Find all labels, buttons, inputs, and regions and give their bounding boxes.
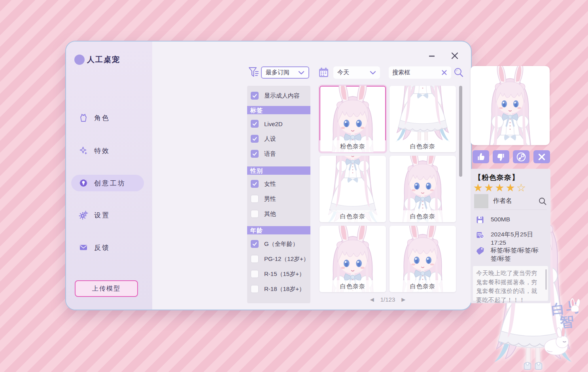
sidebar-item-characters[interactable]: 角色	[71, 110, 144, 126]
filter-option-row[interactable]: 人设	[251, 134, 276, 143]
clear-search-icon[interactable]	[441, 70, 447, 76]
logo-circle-icon	[74, 55, 85, 65]
filter-option-label: 其他	[264, 210, 276, 218]
updated-date-value: 2024年5月25日 17:25	[491, 230, 546, 247]
checkbox[interactable]	[251, 285, 259, 293]
checkbox[interactable]	[251, 180, 259, 188]
file-size-row: 500MB	[476, 215, 546, 224]
tag-icon	[476, 246, 484, 255]
grid-scrollbar[interactable]	[459, 86, 462, 303]
thumbs-up-icon	[476, 152, 486, 162]
sidebar-item-effects[interactable]: 特效	[71, 142, 144, 159]
star-filled-icon[interactable]: ★	[484, 182, 495, 194]
close-window-button[interactable]	[450, 51, 460, 60]
checkbox[interactable]	[251, 195, 259, 203]
check-icon	[252, 181, 257, 187]
description-scrollbar-thumb[interactable]	[545, 269, 547, 290]
author-name: 作者名	[493, 197, 533, 205]
filter-option-row[interactable]: 女性	[251, 179, 276, 188]
check-icon	[252, 121, 257, 127]
star-filled-icon[interactable]: ★	[473, 182, 484, 194]
next-page-button[interactable]: ▶	[401, 296, 405, 302]
filter-option-row[interactable]: R-15（15岁+）	[251, 270, 305, 278]
filter-option-row[interactable]: 其他	[251, 210, 276, 218]
filter-option-label: PG-12（12岁+）	[264, 255, 309, 263]
search-icon[interactable]	[454, 67, 464, 78]
adult-content-checkbox-row[interactable]: 显示成人内容	[251, 91, 300, 100]
star-filled-icon[interactable]: ★	[506, 182, 516, 194]
filter-option-label: 语音	[264, 150, 276, 158]
checkbox[interactable]	[251, 270, 259, 278]
date-dropdown-value: 今天	[337, 69, 349, 76]
filter-option-label: R-18（18岁+）	[264, 285, 305, 293]
steam-button[interactable]	[513, 150, 529, 163]
author-row: 作者名	[474, 194, 547, 210]
sidebar-item-label: 特效	[94, 146, 110, 155]
model-card[interactable]: 白色奈奈	[389, 86, 456, 152]
checkbox[interactable]	[251, 135, 259, 143]
sleeping-bunny-icon	[543, 327, 569, 357]
star-filled-icon[interactable]: ★	[495, 182, 505, 194]
filter-option-row[interactable]: 语音	[251, 149, 276, 158]
dislike-button[interactable]	[493, 150, 509, 163]
filter-option-row[interactable]: 男性	[251, 194, 276, 203]
filter-option-label: R-15（15岁+）	[264, 270, 305, 278]
adult-content-label: 显示成人内容	[264, 92, 300, 100]
checkbox[interactable]	[251, 240, 259, 248]
filter-option-row[interactable]: R-18（18岁+）	[251, 285, 305, 293]
sidebar-item-settings[interactable]: 设置	[71, 207, 144, 223]
checkbox[interactable]	[251, 150, 259, 158]
sort-dropdown[interactable]: 最多订阅	[261, 66, 309, 79]
filter-option-row[interactable]: PG-12（12岁+）	[251, 255, 309, 263]
filter-option-row[interactable]: G（全年龄）	[251, 240, 299, 248]
model-card[interactable]: 白色奈奈	[389, 226, 456, 292]
minimize-button[interactable]	[427, 51, 437, 60]
checkbox[interactable]	[251, 255, 259, 263]
grid-scrollbar-thumb[interactable]	[459, 86, 462, 177]
remove-button[interactable]	[533, 150, 550, 163]
model-card[interactable]: 粉色奈奈	[320, 86, 386, 152]
search-input[interactable]	[392, 69, 439, 76]
model-card[interactable]: 白色奈奈	[389, 156, 456, 222]
model-card-title: 白色奈奈	[320, 280, 386, 292]
model-card-title: 白色奈奈	[389, 280, 456, 292]
thumbs-down-icon	[496, 152, 506, 162]
sidebar: 人工桌宠 角色 特效 创意工坊	[66, 42, 152, 310]
filter-option-label: 男性	[264, 195, 276, 203]
star-outline-icon[interactable]: ☆	[516, 182, 527, 194]
model-card[interactable]: 白色奈奈	[320, 156, 386, 222]
filter-option-row[interactable]: Live2D	[251, 119, 283, 128]
model-card-title: 白色奈奈	[389, 210, 456, 222]
sidebar-item-workshop[interactable]: 创意工坊	[71, 175, 144, 191]
upload-model-button[interactable]: 上传模型	[75, 280, 138, 297]
author-search-icon[interactable]	[538, 197, 547, 206]
dress-icon	[79, 113, 88, 123]
date-dropdown[interactable]: 今天	[333, 66, 380, 79]
like-button[interactable]	[473, 150, 489, 163]
prev-page-button[interactable]: ◀	[370, 296, 374, 302]
main-area: 最多订阅 今天	[152, 42, 471, 310]
filter-section-title: 性别	[247, 166, 310, 175]
model-card-title: 白色奈奈	[389, 140, 456, 152]
floppy-disk-icon	[476, 215, 484, 224]
peeking-bunny-icon	[566, 296, 584, 313]
filter-section-title: 标签	[247, 106, 310, 114]
filter-option-label: 女性	[264, 180, 276, 188]
check-icon	[252, 241, 257, 247]
sidebar-item-feedback[interactable]: 反馈	[71, 239, 144, 256]
sidebar-item-label: 角色	[94, 113, 110, 123]
tags-value: 标签/标签/标签/标签/标签	[491, 246, 546, 263]
filter-funnel-icon[interactable]	[248, 66, 260, 79]
updated-date-row: 2024年5月25日 17:25	[476, 230, 546, 247]
checkbox[interactable]	[251, 210, 259, 218]
checkbox[interactable]	[251, 92, 259, 100]
sidebar-item-label: 设置	[94, 211, 110, 220]
checkbox[interactable]	[251, 120, 259, 128]
model-card-title: 粉色奈奈	[320, 140, 386, 152]
file-size-value: 500MB	[491, 215, 546, 224]
model-card[interactable]: 白色奈奈	[320, 226, 386, 292]
sort-dropdown-value: 最多订阅	[266, 69, 289, 76]
model-title: 【粉色奈奈】	[474, 173, 519, 182]
sidebar-item-label: 反馈	[94, 243, 110, 252]
model-description-text: 今天晚上吃了麦当劳穷鬼套餐和摇摇薯条，穷鬼套餐在涨价的话，就要吃不起了！！！	[476, 270, 537, 303]
